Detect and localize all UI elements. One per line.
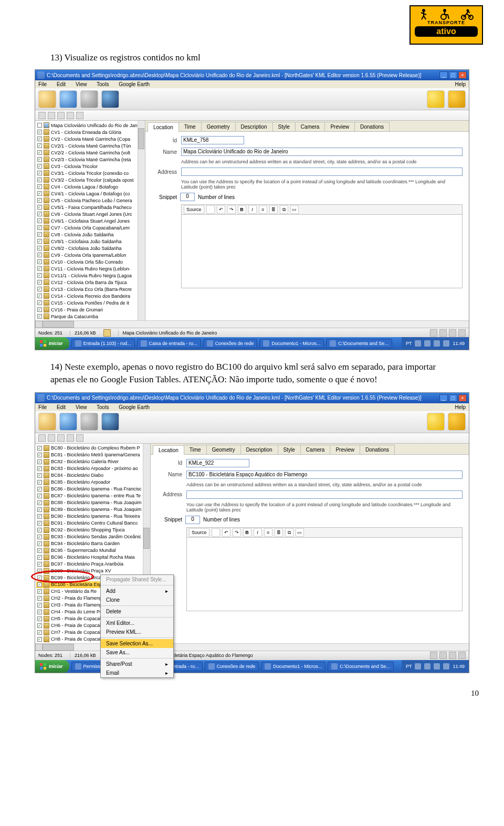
checkbox-icon[interactable]: ✓ <box>37 218 42 223</box>
tray-icon[interactable] <box>415 663 421 670</box>
rt-undo-icon[interactable]: ↶ <box>217 205 225 214</box>
tree-item[interactable]: ✓CV4 - Ciclovia Lagoa / Botafogo <box>36 183 144 190</box>
ctx-save-as[interactable]: Save As... <box>101 648 173 657</box>
checkbox-icon[interactable]: ✓ <box>37 266 42 271</box>
checkbox-icon[interactable]: ✓ <box>37 184 42 189</box>
tree-item[interactable]: ✓CV6 - Ciclovia Stuart Angel Jones (Urc <box>36 211 144 217</box>
minimize-button[interactable]: _ <box>439 394 448 402</box>
tree-hscroll[interactable] <box>35 320 469 328</box>
checkbox-icon[interactable]: ✓ <box>37 314 42 319</box>
checkbox-icon[interactable]: ✓ <box>37 280 42 285</box>
menu-edit[interactable]: Edit <box>57 404 66 410</box>
tray-lang[interactable]: PT <box>406 664 412 669</box>
toolbar-earth-icon[interactable] <box>101 90 119 108</box>
mini-icon[interactable] <box>48 434 55 442</box>
checkbox-icon[interactable]: ✓ <box>37 453 42 457</box>
rt-image-icon[interactable]: ▭ <box>290 205 299 214</box>
checkbox-icon[interactable]: ✓ <box>37 143 42 148</box>
tree-item[interactable]: ✓BC90 - Bicicletário Ipanema - Rua Teixe… <box>36 513 149 520</box>
taskbar-item[interactable]: C:\Documents and Se... <box>328 662 394 671</box>
taskbar-item[interactable]: Conexões de rede <box>205 662 259 671</box>
mini-icon[interactable] <box>67 434 74 442</box>
tree-item[interactable]: ✓BC92 - Bicicletário Shopping Tijuca <box>36 527 149 534</box>
toolbar-duck-icon[interactable] <box>427 413 445 431</box>
toolbar-duck-icon[interactable] <box>427 90 445 108</box>
name-field[interactable]: BC100 - Bicicletária Espaço Aquático do … <box>186 470 463 479</box>
tab-style[interactable]: Style <box>278 445 301 454</box>
tree-item[interactable]: ✓CV8/1 - Ciclofaixa João Saldanha <box>36 238 144 245</box>
tree-item[interactable]: ✓CV1 - Ciclovia Enseada da Glória <box>36 129 144 135</box>
menu-view[interactable]: View <box>76 81 87 87</box>
tree-item[interactable]: ✓BC85 - Bicicletário Arpoador <box>36 479 149 486</box>
checkbox-icon[interactable]: ✓ <box>37 630 42 635</box>
tree-item[interactable]: ✓CV2 - Ciclovia Mané Garrincha (Copa <box>36 135 144 142</box>
checkbox-icon[interactable]: ✓ <box>37 259 42 264</box>
checkbox-icon[interactable]: ✓ <box>37 459 42 464</box>
richtext-area[interactable] <box>186 538 463 611</box>
id-field[interactable]: KMLe_922 <box>186 459 249 467</box>
menu-tools[interactable]: Tools <box>97 404 109 410</box>
checkbox-icon[interactable]: ✓ <box>37 294 42 298</box>
checkbox-icon[interactable]: ✓ <box>37 562 42 567</box>
checkbox-icon[interactable]: ✓ <box>37 198 42 203</box>
tree-item[interactable]: ✓BC87 - Bicicletário Ipanema - entre Rua… <box>36 493 149 499</box>
checkbox-icon[interactable]: ✓ <box>37 232 42 237</box>
tab-location[interactable]: Location <box>148 122 179 132</box>
menu-file[interactable]: File <box>38 81 47 87</box>
tab-style[interactable]: Style <box>272 122 296 131</box>
checkbox-icon[interactable]: ✓ <box>37 473 42 478</box>
checkbox-icon[interactable]: ✓ <box>37 205 42 210</box>
checkbox-icon[interactable]: ✓ <box>37 589 42 594</box>
taskbar-item[interactable]: C:\Documents and Se... <box>326 339 392 348</box>
tree-item[interactable]: ✓CV3 - Ciclovia Tricolor <box>36 163 144 170</box>
tree-item[interactable]: ✓CV11 - Ciclovia Rubro Negra (Leblon- <box>36 265 144 272</box>
checkbox-icon[interactable]: ✓ <box>37 548 42 553</box>
taskbar-item[interactable]: Documento1 - Micros... <box>259 339 324 348</box>
taskbar-item[interactable]: Entrada (1.103) - rod... <box>71 339 135 348</box>
tree-item[interactable]: ✓CV3/1 - Ciclovia Tricolor (conexão co <box>36 170 144 176</box>
tree-item[interactable]: ✓CV8 - Ciclovia João Saldanha <box>36 231 144 238</box>
checkbox-icon[interactable]: ✓ <box>37 177 42 182</box>
menu-google-earth[interactable]: Google Earth <box>119 81 150 87</box>
menu-file[interactable]: File <box>38 404 47 410</box>
tray-icon[interactable] <box>443 340 449 347</box>
tree-item[interactable]: ✓BC89 - Bicicletário Ipanema - Rua Joaqu… <box>36 506 149 513</box>
tree-item[interactable]: ✓CV5/1 - Faixa Compartilhada Pacheco <box>36 204 144 211</box>
tab-geometry[interactable]: Geometry <box>201 122 236 131</box>
tree-item[interactable]: ✓BC80 - Bicicletário do Complexo Rubem P <box>36 445 149 452</box>
menu-edit[interactable]: Edit <box>57 81 66 87</box>
checkbox-icon[interactable]: ✓ <box>37 137 42 141</box>
mini-icon[interactable] <box>57 434 65 442</box>
mini-icon[interactable] <box>38 112 46 119</box>
tree-item[interactable]: ✓BC94 - Bicicletário Barra Garden <box>36 540 149 547</box>
checkbox-icon[interactable]: ✓ <box>37 307 42 312</box>
ctx-share-post[interactable]: Share/Post▸ <box>101 660 173 668</box>
ctx-xml-editor[interactable]: Xml Editor... <box>101 619 173 628</box>
checkbox-icon[interactable]: ✓ <box>37 480 42 485</box>
checkbox-icon[interactable]: ✓ <box>37 130 42 134</box>
start-button[interactable]: Iniciar <box>35 337 69 350</box>
checkbox-icon[interactable]: ✓ <box>37 191 42 196</box>
ctx-email[interactable]: Email▸ <box>101 668 173 677</box>
tray-icon[interactable] <box>434 663 440 670</box>
tree-item[interactable]: ✓BC83 - Bicicletário Arpoador - próximo … <box>36 465 149 472</box>
checkbox-icon[interactable]: ✓ <box>37 225 42 230</box>
richtext-area[interactable] <box>181 215 463 288</box>
toolbar-open-icon[interactable] <box>38 413 56 431</box>
close-button[interactable]: × <box>458 394 467 402</box>
tray-icon[interactable] <box>434 340 440 347</box>
mini-icon[interactable] <box>38 434 46 442</box>
tab-preview[interactable]: Preview <box>324 122 355 131</box>
taskbar-item[interactable]: Caixa de entrada - ro... <box>137 339 201 348</box>
checkbox-icon[interactable]: ✓ <box>37 253 42 257</box>
tab-camera[interactable]: Camera <box>295 122 326 131</box>
rt-italic-icon[interactable]: I <box>248 205 257 214</box>
tree-item[interactable]: ✓BC86 - Bicicletário Ipanema - Rua Franc… <box>36 486 149 493</box>
tree-item[interactable]: ✓CV10 - Ciclovia Orla São Conrado <box>36 258 144 265</box>
checkbox-icon[interactable]: ✓ <box>37 466 42 471</box>
rt-redo-icon[interactable]: ↷ <box>233 528 241 537</box>
checkbox-icon[interactable]: ✓ <box>37 300 42 305</box>
checkbox-icon[interactable]: ✓ <box>37 582 42 587</box>
rt-list-icon[interactable]: ≡ <box>259 205 267 214</box>
checkbox-icon[interactable] <box>37 123 42 128</box>
